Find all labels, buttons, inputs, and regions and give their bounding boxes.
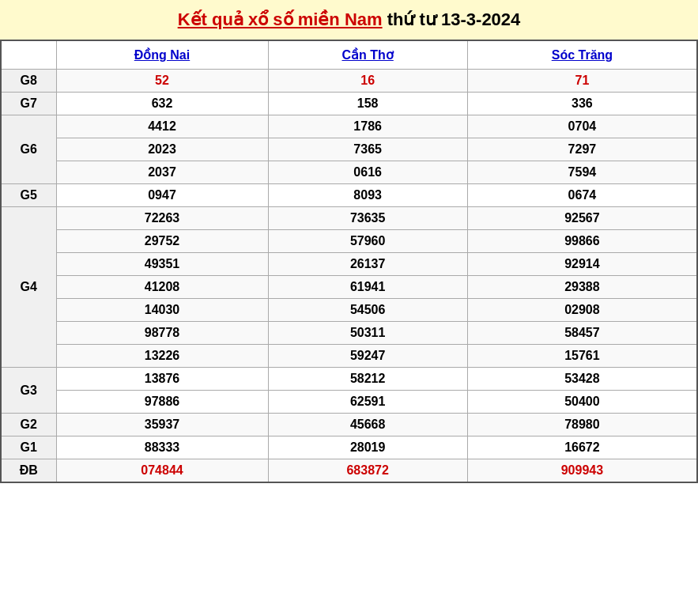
g4-row-2: 29752 57960 99866 (1, 230, 697, 253)
g4-row-5: 14030 54506 02908 (1, 299, 697, 322)
g3-r2-d2: 62591 (268, 391, 467, 414)
g1-row: G1 88333 28019 16672 (1, 436, 697, 459)
g5-d2: 8093 (268, 184, 467, 207)
col2-header: Cần Thơ (268, 40, 467, 70)
g6-r3-d2: 0616 (268, 161, 467, 184)
g6-label: G6 (1, 115, 56, 184)
g5-label: G5 (1, 184, 56, 207)
g4-r7-d3: 15761 (467, 345, 697, 368)
g3-r1-d1: 13876 (56, 368, 268, 391)
page-header: Kết quả xổ số miền Nam thứ tư 13-3-2024 (0, 0, 698, 40)
g2-label: G2 (1, 414, 56, 436)
results-table: Đồng Nai Cần Thơ Sóc Trăng G8 52 16 71 G… (0, 40, 698, 483)
g7-d1: 632 (56, 93, 268, 115)
g1-d3: 16672 (467, 436, 697, 459)
site-link[interactable]: Kết quả xổ số miền Nam (178, 9, 383, 29)
g3-label: G3 (1, 368, 56, 414)
g4-r2-d1: 29752 (56, 230, 268, 253)
g6-r2-d2: 7365 (268, 138, 467, 161)
g5-d1: 0947 (56, 184, 268, 207)
g4-r5-d1: 14030 (56, 299, 268, 322)
g8-d1: 52 (56, 70, 268, 93)
g6-row-3: 2037 0616 7594 (1, 161, 697, 184)
g7-d2: 158 (268, 93, 467, 115)
g4-row-3: 49351 26137 92914 (1, 253, 697, 276)
g7-label: G7 (1, 93, 56, 115)
g3-r2-d1: 97886 (56, 391, 268, 414)
g6-r3-d1: 2037 (56, 161, 268, 184)
g5-row: G5 0947 8093 0674 (1, 184, 697, 207)
db-label: ĐB (1, 459, 56, 483)
g6-r1-d2: 1786 (268, 115, 467, 138)
g5-d3: 0674 (467, 184, 697, 207)
g4-r2-d2: 57960 (268, 230, 467, 253)
g6-r1-d3: 0704 (467, 115, 697, 138)
g1-d1: 88333 (56, 436, 268, 459)
g8-d3: 71 (467, 70, 697, 93)
g2-d3: 78980 (467, 414, 697, 436)
db-d1: 074844 (56, 459, 268, 483)
g7-d3: 336 (467, 93, 697, 115)
col1-header: Đồng Nai (56, 40, 268, 70)
db-d3: 909943 (467, 459, 697, 483)
g4-r6-d1: 98778 (56, 322, 268, 345)
g4-r7-d2: 59247 (268, 345, 467, 368)
g8-row: G8 52 16 71 (1, 70, 697, 93)
g6-r1-d1: 4412 (56, 115, 268, 138)
g1-label: G1 (1, 436, 56, 459)
g4-row-1: G4 72263 73635 92567 (1, 207, 697, 230)
g4-r4-d1: 41208 (56, 276, 268, 299)
g6-r2-d3: 7297 (467, 138, 697, 161)
g4-r3-d2: 26137 (268, 253, 467, 276)
g3-r2-d3: 50400 (467, 391, 697, 414)
g3-r1-d2: 58212 (268, 368, 467, 391)
g4-r4-d3: 29388 (467, 276, 697, 299)
g8-d2: 16 (268, 70, 467, 93)
g4-r1-d3: 92567 (467, 207, 697, 230)
g4-r1-d1: 72263 (56, 207, 268, 230)
empty-header (1, 40, 56, 70)
g4-r7-d1: 13226 (56, 345, 268, 368)
g4-row-6: 98778 50311 58457 (1, 322, 697, 345)
g3-r1-d3: 53428 (467, 368, 697, 391)
db-d2: 683872 (268, 459, 467, 483)
g4-r6-d2: 50311 (268, 322, 467, 345)
g4-r5-d3: 02908 (467, 299, 697, 322)
g4-r4-d2: 61941 (268, 276, 467, 299)
g2-row: G2 35937 45668 78980 (1, 414, 697, 436)
g2-d1: 35937 (56, 414, 268, 436)
g3-row-1: G3 13876 58212 53428 (1, 368, 697, 391)
col3-header: Sóc Trăng (467, 40, 697, 70)
g4-row-7: 13226 59247 15761 (1, 345, 697, 368)
table-header-row: Đồng Nai Cần Thơ Sóc Trăng (1, 40, 697, 70)
g1-d2: 28019 (268, 436, 467, 459)
g8-label: G8 (1, 70, 56, 93)
g7-row: G7 632 158 336 (1, 93, 697, 115)
g3-row-2: 97886 62591 50400 (1, 391, 697, 414)
g4-label: G4 (1, 207, 56, 368)
g6-r3-d3: 7594 (467, 161, 697, 184)
g4-r2-d3: 99866 (467, 230, 697, 253)
g4-r1-d2: 73635 (268, 207, 467, 230)
g6-r2-d1: 2023 (56, 138, 268, 161)
g6-row-2: 2023 7365 7297 (1, 138, 697, 161)
db-row: ĐB 074844 683872 909943 (1, 459, 697, 483)
g4-row-4: 41208 61941 29388 (1, 276, 697, 299)
g4-r3-d3: 92914 (467, 253, 697, 276)
g4-r6-d3: 58457 (467, 322, 697, 345)
g6-row-1: G6 4412 1786 0704 (1, 115, 697, 138)
g2-d2: 45668 (268, 414, 467, 436)
g4-r3-d1: 49351 (56, 253, 268, 276)
date-text: thứ tư 13-3-2024 (383, 9, 521, 29)
g4-r5-d2: 54506 (268, 299, 467, 322)
